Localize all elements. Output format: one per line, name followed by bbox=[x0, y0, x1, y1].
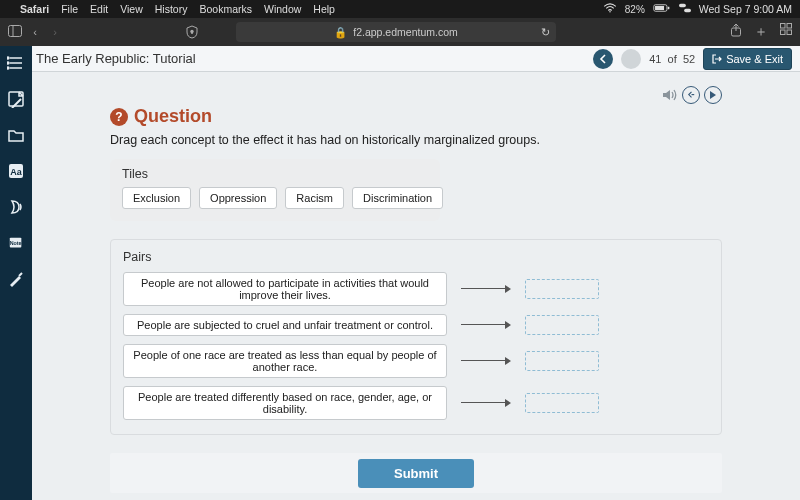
pair-row: People are subjected to cruel and unfair… bbox=[123, 314, 709, 336]
svg-rect-2 bbox=[655, 6, 664, 10]
svg-point-20 bbox=[7, 67, 9, 69]
wifi-icon[interactable] bbox=[603, 3, 617, 15]
tile-racism[interactable]: Racism bbox=[285, 187, 344, 209]
content-area: ? Question Drag each concept to the effe… bbox=[32, 72, 800, 500]
resources-icon[interactable] bbox=[7, 126, 25, 144]
arrow-icon bbox=[461, 324, 511, 326]
menubar-app-name[interactable]: Safari bbox=[20, 3, 49, 15]
menubar-clock[interactable]: Wed Sep 7 9:00 AM bbox=[699, 3, 792, 15]
sidebar-toggle-icon[interactable] bbox=[8, 25, 22, 39]
svg-point-0 bbox=[609, 11, 611, 13]
svg-rect-14 bbox=[787, 30, 792, 35]
drop-target-1[interactable] bbox=[525, 279, 599, 299]
svg-rect-4 bbox=[679, 4, 686, 7]
notes-icon[interactable] bbox=[7, 90, 25, 108]
svg-text:Aa: Aa bbox=[10, 167, 22, 177]
highlighter-icon[interactable] bbox=[7, 270, 25, 288]
volume-icon[interactable] bbox=[662, 86, 678, 104]
lesson-header: The Early Republic: Tutorial 41 of 52 Sa… bbox=[0, 46, 800, 72]
svg-rect-11 bbox=[781, 24, 786, 29]
toc-icon[interactable] bbox=[7, 54, 25, 72]
pair-effect-4: People are treated differently based on … bbox=[123, 386, 447, 420]
svg-rect-13 bbox=[781, 30, 786, 35]
svg-rect-6 bbox=[9, 26, 22, 37]
read-aloud-icon[interactable] bbox=[7, 198, 25, 216]
pairs-label: Pairs bbox=[123, 250, 709, 264]
pair-row: People of one race are treated as less t… bbox=[123, 344, 709, 378]
audio-restart-button[interactable] bbox=[682, 86, 700, 104]
share-icon[interactable] bbox=[730, 23, 742, 41]
svg-point-18 bbox=[7, 57, 9, 59]
tiles-label: Tiles bbox=[122, 167, 428, 181]
svg-rect-3 bbox=[668, 7, 670, 9]
audio-play-button[interactable] bbox=[704, 86, 722, 104]
control-center-icon[interactable] bbox=[679, 3, 691, 15]
submit-bar: Submit bbox=[110, 453, 722, 493]
svg-rect-5 bbox=[684, 9, 691, 12]
tab-overview-icon[interactable] bbox=[780, 23, 792, 41]
next-page-button[interactable] bbox=[621, 49, 641, 69]
question-heading: Question bbox=[134, 106, 212, 127]
arrow-icon bbox=[461, 288, 511, 290]
tile-exclusion[interactable]: Exclusion bbox=[122, 187, 191, 209]
tile-oppression[interactable]: Oppression bbox=[199, 187, 277, 209]
save-exit-label: Save & Exit bbox=[726, 53, 783, 65]
question-icon: ? bbox=[110, 108, 128, 126]
arrow-icon bbox=[461, 402, 511, 404]
tiles-box: Tiles Exclusion Oppression Racism Discri… bbox=[110, 159, 440, 221]
lesson-title: The Early Republic: Tutorial bbox=[36, 51, 196, 66]
sticky-note-icon[interactable]: Note bbox=[7, 234, 25, 252]
battery-percent: 82% bbox=[625, 4, 645, 15]
safari-forward-button[interactable]: › bbox=[48, 26, 62, 38]
submit-button[interactable]: Submit bbox=[358, 459, 474, 488]
new-tab-icon[interactable]: ＋ bbox=[754, 23, 768, 41]
drop-target-3[interactable] bbox=[525, 351, 599, 371]
pairs-box: Pairs People are not allowed to particip… bbox=[110, 239, 722, 435]
svg-point-19 bbox=[7, 62, 9, 64]
reload-icon[interactable]: ↻ bbox=[541, 26, 550, 38]
lock-icon: 🔒 bbox=[334, 26, 347, 39]
svg-rect-12 bbox=[787, 24, 792, 29]
page-total: 52 bbox=[683, 53, 695, 65]
safari-address-bar[interactable]: 🔒 f2.app.edmentum.com ↻ bbox=[236, 22, 556, 42]
drop-target-4[interactable] bbox=[525, 393, 599, 413]
menubar-item-bookmarks[interactable]: Bookmarks bbox=[199, 3, 252, 15]
menubar-item-help[interactable]: Help bbox=[313, 3, 335, 15]
prev-page-button[interactable] bbox=[593, 49, 613, 69]
pair-effect-3: People of one race are treated as less t… bbox=[123, 344, 447, 378]
privacy-shield-icon[interactable] bbox=[186, 25, 198, 41]
pair-row: People are treated differently based on … bbox=[123, 386, 709, 420]
safari-back-button[interactable]: ‹ bbox=[28, 26, 42, 38]
battery-icon bbox=[653, 3, 671, 15]
drop-target-2[interactable] bbox=[525, 315, 599, 335]
menubar-item-edit[interactable]: Edit bbox=[90, 3, 108, 15]
menubar-item-window[interactable]: Window bbox=[264, 3, 301, 15]
svg-text:Note: Note bbox=[10, 240, 22, 246]
question-prompt: Drag each concept to the effect it has h… bbox=[110, 133, 722, 147]
safari-toolbar: ‹ › 🔒 f2.app.edmentum.com ↻ ＋ bbox=[0, 18, 800, 46]
pair-row: People are not allowed to participate in… bbox=[123, 272, 709, 306]
glossary-icon[interactable]: Aa bbox=[7, 162, 25, 180]
menubar-item-view[interactable]: View bbox=[120, 3, 143, 15]
mac-menubar: Safari File Edit View History Bookmarks … bbox=[0, 0, 800, 18]
pair-effect-1: People are not allowed to participate in… bbox=[123, 272, 447, 306]
pair-effect-2: People are subjected to cruel and unfair… bbox=[123, 314, 447, 336]
save-and-exit-button[interactable]: Save & Exit bbox=[703, 48, 792, 70]
menubar-item-history[interactable]: History bbox=[155, 3, 188, 15]
activity-sidebar: Aa Note bbox=[0, 46, 32, 500]
page-current: 41 bbox=[649, 53, 661, 65]
tile-discrimination[interactable]: Discrimination bbox=[352, 187, 443, 209]
page-sep: of bbox=[668, 53, 677, 65]
menubar-item-file[interactable]: File bbox=[61, 3, 78, 15]
arrow-icon bbox=[461, 360, 511, 362]
url-host: f2.app.edmentum.com bbox=[353, 26, 457, 38]
